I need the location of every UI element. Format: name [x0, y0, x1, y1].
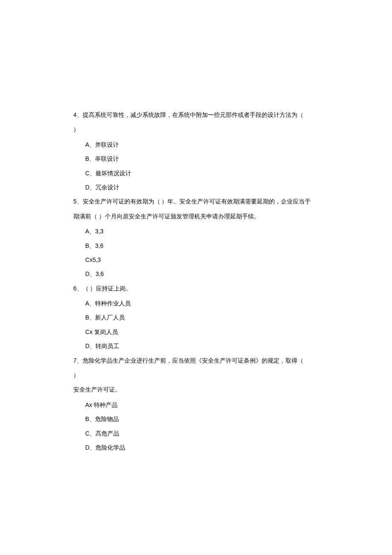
q7-option-a: Ax 特种产品 [73, 400, 319, 410]
q7-option-c: C、高危产品 [73, 429, 319, 439]
question-6-stem-line1: 6、（ ）应持证上岗。 [73, 284, 319, 293]
q6-option-b: B、新人厂人员 [73, 313, 319, 323]
question-number: 6、 [73, 285, 83, 292]
q4-option-a: A、并联设计 [73, 140, 319, 150]
question-7-stem-line1: 7、危险化学品生产企业进行生产前，应当依照《安全生产许可证条例》的规定，取得（ [73, 356, 319, 366]
q7-option-d: D、危险化学品 [73, 443, 319, 453]
q5-option-b: B、3,6 [73, 241, 319, 251]
question-4-stem-line2: ） [73, 125, 319, 134]
question-4-stem-line1: 4、提高系统可靠性，减少系统故障，在系统中附加一些元部件或者手段的设计方法为（ [73, 110, 319, 120]
question-number: 5、 [73, 198, 83, 205]
q6-option-d: D、转岗员工 [73, 341, 319, 351]
q4-option-c: C、最坏情况设计 [73, 169, 319, 178]
q6-option-c: Cx 复岗人员 [73, 327, 319, 337]
question-7-stem-line2: ） [73, 371, 319, 380]
q5-option-a: A、3,3 [73, 227, 319, 236]
question-5-stem-line2: 期满前（ ）个月向原安全生产许可证颁发管理机关申请办理延期手续。 [73, 212, 319, 221]
q4-option-d: D、冗余设计 [73, 183, 319, 192]
question-5-stem-line1: 5、安全生产许可证的有效期为（ ）年。安全生产许可证有效期满需要延期的，企业应当… [73, 197, 319, 206]
question-number: 4、 [73, 111, 83, 118]
q6-option-a: A、特种作业人员 [73, 299, 319, 308]
question-number: 7、 [73, 357, 83, 364]
q7-option-b: B、危险物品 [73, 414, 319, 424]
q4-option-b: B、串联设计 [73, 154, 319, 164]
q5-option-d: D、3,6 [73, 269, 319, 279]
q5-option-c: Cx5,3 [73, 255, 319, 265]
stem-text: 危险化学品生产企业进行生产前，应当依照《安全生产许可证条例》的规定，取得（ [83, 357, 303, 364]
stem-text: 提高系统可靠性，减少系统故障，在系统中附加一些元部件或者手段的设计方法为（ [83, 112, 303, 118]
stem-text: （ ）应持证上岗。 [83, 285, 132, 292]
question-7-stem-line3: 安全生产许可证。 [73, 385, 319, 395]
stem-text: 安全生产许可证的有效期为（ ）年。安全生产许可证有效期满需要延期的，企业应当于 [83, 198, 311, 205]
